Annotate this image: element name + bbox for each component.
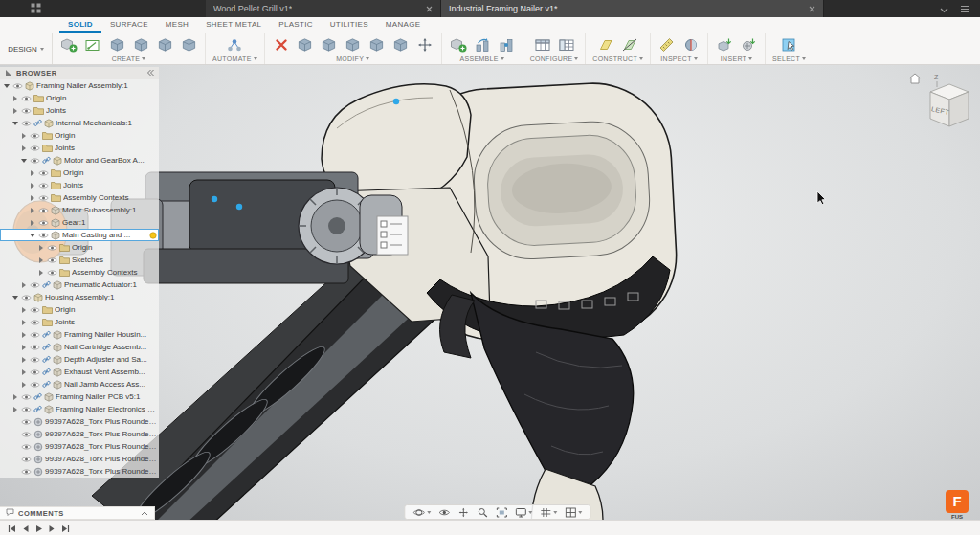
- app-grid-icon[interactable]: [31, 0, 41, 17]
- browser-item[interactable]: Exhaust Vent Assemb...: [0, 366, 159, 378]
- visibility-eye-icon[interactable]: [30, 356, 40, 364]
- toolbar-group-label[interactable]: INSERT: [721, 54, 752, 63]
- select-button[interactable]: [780, 36, 799, 54]
- delete-button[interactable]: [272, 36, 291, 54]
- visibility-eye-icon[interactable]: [21, 418, 32, 426]
- browser-header[interactable]: BROWSER: [0, 67, 159, 79]
- configure-button[interactable]: [533, 36, 552, 54]
- expand-down-icon[interactable]: [11, 293, 19, 301]
- browser-item[interactable]: Motor Subassembly:1: [0, 204, 159, 216]
- browser-item[interactable]: Housing Assembly:1: [0, 291, 159, 303]
- new-component-assembly-button[interactable]: [449, 36, 468, 54]
- visibility-eye-icon[interactable]: [30, 132, 40, 140]
- expand-right-icon[interactable]: [20, 305, 28, 314]
- browser-item[interactable]: 99397A628_Torx Plus Rounded He...: [0, 453, 159, 465]
- browser-item[interactable]: Joints: [0, 179, 159, 191]
- browser-item[interactable]: Assembly Contexts: [0, 191, 159, 204]
- browser-item[interactable]: Origin: [0, 167, 159, 179]
- visibility-eye-icon[interactable]: [30, 331, 40, 339]
- insert-derive-button[interactable]: [715, 36, 734, 54]
- expand-right-icon[interactable]: [11, 392, 19, 401]
- grid-and-snaps-button[interactable]: [540, 507, 557, 518]
- automate-button[interactable]: [225, 36, 244, 54]
- browser-item[interactable]: Joints: [0, 142, 159, 154]
- expand-down-icon[interactable]: [11, 119, 19, 127]
- visibility-eye-icon[interactable]: [38, 169, 49, 177]
- visibility-eye-icon[interactable]: [30, 281, 40, 289]
- revolve-button[interactable]: [131, 36, 150, 54]
- toolbar-group-label[interactable]: CONSTRUCT: [592, 54, 643, 63]
- browser-item[interactable]: Joints: [0, 316, 159, 328]
- visibility-eye-icon[interactable]: [21, 393, 32, 401]
- visibility-eye-icon[interactable]: [12, 82, 23, 90]
- browser-item[interactable]: Pneumatic Actuator:1: [0, 279, 159, 291]
- browser-item[interactable]: Nail Jamb Access Ass...: [0, 378, 159, 390]
- visibility-eye-icon[interactable]: [30, 319, 40, 326]
- browser-item[interactable]: Origin: [0, 92, 159, 104]
- offset-plane-button[interactable]: [596, 36, 615, 54]
- new-component-button[interactable]: [59, 36, 78, 54]
- visibility-eye-icon[interactable]: [21, 456, 32, 463]
- expand-right-icon[interactable]: [20, 318, 28, 326]
- combine-button[interactable]: [368, 36, 387, 54]
- expand-right-icon[interactable]: [11, 94, 19, 102]
- expand-right-icon[interactable]: [37, 256, 45, 264]
- as-built-joint-button[interactable]: [497, 36, 516, 54]
- expand-right-icon[interactable]: [11, 405, 19, 413]
- browser-item[interactable]: 99397A628_Torx Plus Rounded He...: [0, 440, 159, 453]
- ribbon-tab-mesh[interactable]: MESH: [157, 17, 197, 33]
- home-icon[interactable]: [909, 74, 921, 83]
- expand-right-icon[interactable]: [29, 181, 36, 189]
- step-back-button[interactable]: [21, 524, 30, 533]
- browser-item[interactable]: Framing Nailer Electronics v5:2: [0, 403, 159, 415]
- expand-right-icon[interactable]: [29, 168, 36, 177]
- visibility-eye-icon[interactable]: [30, 344, 40, 351]
- workspace-selector[interactable]: DESIGN: [0, 33, 53, 64]
- fillet-button[interactable]: [320, 36, 339, 54]
- expand-down-icon[interactable]: [29, 231, 36, 239]
- manipulator-handle[interactable]: [393, 99, 399, 104]
- expand-right-icon[interactable]: [11, 106, 19, 115]
- move-button[interactable]: [415, 36, 434, 54]
- toolbar-group-label[interactable]: SELECT: [772, 54, 806, 63]
- visibility-eye-icon[interactable]: [30, 306, 40, 314]
- visibility-eye-icon[interactable]: [30, 368, 40, 376]
- visibility-eye-icon[interactable]: [30, 145, 40, 152]
- tab-menu-icon[interactable]: [960, 0, 970, 17]
- toolbar-group-label[interactable]: INSPECT: [660, 54, 697, 63]
- expand-right-icon[interactable]: [20, 280, 28, 289]
- visibility-eye-icon[interactable]: [30, 157, 40, 165]
- browser-item[interactable]: Framing Nailer Housin...: [0, 328, 159, 341]
- document-tab[interactable]: Wood Pellet Grill v1*: [206, 0, 441, 17]
- visibility-eye-icon[interactable]: [21, 468, 32, 476]
- visibility-eye-icon[interactable]: [30, 381, 40, 389]
- browser-item[interactable]: Motor and GearBox A...: [0, 154, 159, 167]
- visibility-eye-icon[interactable]: [21, 95, 32, 102]
- tab-list-chevron-icon[interactable]: [940, 0, 948, 17]
- expand-right-icon[interactable]: [29, 206, 36, 214]
- display-settings-button[interactable]: [515, 507, 532, 518]
- zoom-button[interactable]: [477, 507, 488, 518]
- in-canvas-dialog[interactable]: [377, 216, 408, 255]
- create-sketch-button[interactable]: [83, 36, 102, 54]
- skip-to-start-button[interactable]: [8, 524, 16, 533]
- panel-grip-icon[interactable]: [5, 69, 12, 78]
- toolbar-group-label[interactable]: ASSEMBLE: [460, 54, 504, 63]
- close-tab-icon[interactable]: [809, 6, 815, 12]
- ribbon-tab-solid[interactable]: SOLID: [59, 17, 101, 33]
- visibility-eye-icon[interactable]: [38, 207, 49, 214]
- expand-right-icon[interactable]: [20, 343, 28, 351]
- browser-item[interactable]: Assembly Contexts: [0, 266, 159, 279]
- visibility-eye-icon[interactable]: [21, 406, 32, 413]
- close-tab-icon[interactable]: [426, 6, 433, 12]
- browser-item[interactable]: Nail Cartridge Assemb...: [0, 341, 159, 353]
- browser-item[interactable]: Sketches: [0, 254, 159, 266]
- configuration-table-button[interactable]: [557, 36, 576, 54]
- manipulator-handle[interactable]: [212, 196, 217, 202]
- step-forward-button[interactable]: [48, 524, 56, 533]
- visibility-eye-icon[interactable]: [38, 194, 49, 202]
- ribbon-tab-plastic[interactable]: PLASTIC: [270, 17, 321, 33]
- expand-down-icon[interactable]: [20, 156, 28, 165]
- press-pull-button[interactable]: [296, 36, 315, 54]
- orbit-button[interactable]: [412, 507, 431, 518]
